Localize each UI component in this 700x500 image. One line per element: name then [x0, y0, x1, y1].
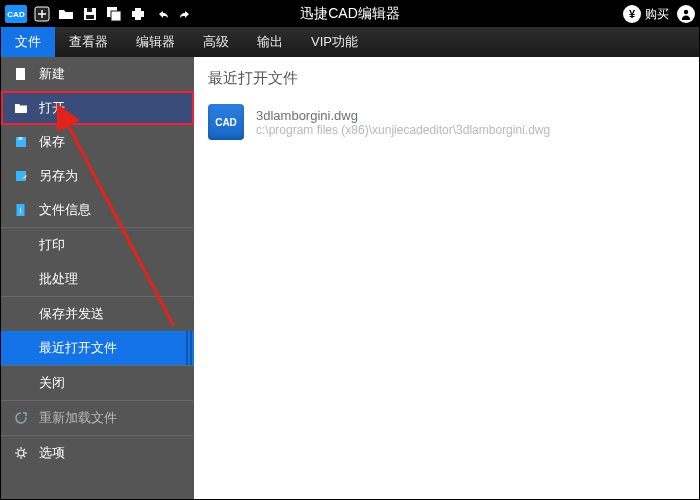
side-item-label: 保存 — [39, 133, 65, 151]
side-item-save[interactable]: 保存 — [1, 125, 194, 159]
side-item-label: 批处理 — [39, 270, 78, 288]
redo-icon[interactable] — [177, 5, 195, 23]
spacer — [13, 340, 29, 356]
spacer — [13, 375, 29, 391]
side-item-label: 保存并发送 — [39, 305, 104, 323]
spacer — [13, 237, 29, 253]
side-item-saveas[interactable]: 另存为 — [1, 159, 194, 193]
svg-rect-2 — [87, 8, 92, 12]
new-file-icon — [13, 66, 29, 82]
app-logo: CAD — [5, 5, 27, 23]
menu-tab-view[interactable]: 查看器 — [55, 27, 122, 57]
svg-rect-8 — [135, 17, 141, 20]
buy-label: 购买 — [645, 6, 669, 23]
main: 新建 打开 保存 另存为 — [1, 57, 699, 499]
yen-icon: ¥ — [623, 5, 641, 23]
side-item-label: 最近打开文件 — [39, 339, 117, 357]
side-item-fileinfo[interactable]: i 文件信息 — [1, 193, 194, 227]
side-item-label: 选项 — [39, 444, 65, 462]
side-item-reload[interactable]: 重新加载文件 — [1, 401, 194, 435]
menu-tab-output[interactable]: 输出 — [243, 27, 297, 57]
reload-icon — [13, 410, 29, 426]
undo-icon[interactable] — [153, 5, 171, 23]
buy-button[interactable]: ¥ 购买 — [623, 5, 669, 23]
side-item-recent[interactable]: 最近打开文件 — [1, 331, 194, 365]
menu-tab-file[interactable]: 文件 — [1, 27, 55, 57]
save-icon[interactable] — [81, 5, 99, 23]
content-pane: 最近打开文件 CAD 3dlamborgini.dwg c:\program f… — [194, 57, 699, 499]
save-as-icon — [13, 168, 29, 184]
menu-tab-vip[interactable]: VIP功能 — [297, 27, 372, 57]
open-folder-icon — [13, 100, 29, 116]
menu-tab-edit[interactable]: 编辑器 — [122, 27, 189, 57]
print-icon[interactable] — [129, 5, 147, 23]
menu-tab-advanced[interactable]: 高级 — [189, 27, 243, 57]
recent-file-path: c:\program files (x86)\xunjiecadeditor\3… — [256, 123, 550, 137]
gear-icon — [13, 445, 29, 461]
svg-rect-3 — [86, 15, 94, 19]
spacer — [13, 306, 29, 322]
side-item-label: 关闭 — [39, 374, 65, 392]
svg-rect-5 — [111, 11, 121, 21]
open-icon[interactable] — [57, 5, 75, 23]
new-icon[interactable] — [33, 5, 51, 23]
recent-file-name: 3dlamborgini.dwg — [256, 108, 550, 123]
side-item-savesend[interactable]: 保存并发送 — [1, 297, 194, 331]
side-item-new[interactable]: 新建 — [1, 57, 194, 91]
svg-point-9 — [684, 10, 688, 14]
save-all-icon[interactable] — [105, 5, 123, 23]
svg-rect-12 — [19, 137, 23, 140]
svg-rect-13 — [16, 171, 26, 181]
side-item-batch[interactable]: 批处理 — [1, 262, 194, 296]
side-item-label: 打开 — [39, 99, 65, 117]
svg-rect-7 — [135, 8, 141, 11]
side-item-open[interactable]: 打开 — [1, 91, 194, 125]
side-item-label: 重新加载文件 — [39, 409, 117, 427]
file-info-icon: i — [13, 202, 29, 218]
svg-rect-6 — [132, 11, 144, 17]
side-item-label: 文件信息 — [39, 201, 91, 219]
title-bar: CAD 迅捷CAD编辑器 ¥ 购买 — [1, 1, 699, 27]
side-item-label: 另存为 — [39, 167, 78, 185]
file-side-panel: 新建 打开 保存 另存为 — [1, 57, 194, 499]
svg-rect-10 — [16, 68, 25, 80]
side-item-label: 打印 — [39, 236, 65, 254]
content-header: 最近打开文件 — [194, 57, 699, 98]
spacer — [13, 271, 29, 287]
cad-file-icon: CAD — [208, 104, 244, 140]
side-item-print[interactable]: 打印 — [1, 228, 194, 262]
side-item-close[interactable]: 关闭 — [1, 366, 194, 400]
svg-point-16 — [18, 450, 24, 456]
user-icon[interactable] — [677, 5, 695, 23]
menu-bar: 文件 查看器 编辑器 高级 输出 VIP功能 — [1, 27, 699, 57]
recent-file-row[interactable]: CAD 3dlamborgini.dwg c:\program files (x… — [194, 98, 699, 146]
save-icon — [13, 134, 29, 150]
svg-text:i: i — [20, 206, 22, 215]
side-item-options[interactable]: 选项 — [1, 436, 194, 470]
side-item-label: 新建 — [39, 65, 65, 83]
